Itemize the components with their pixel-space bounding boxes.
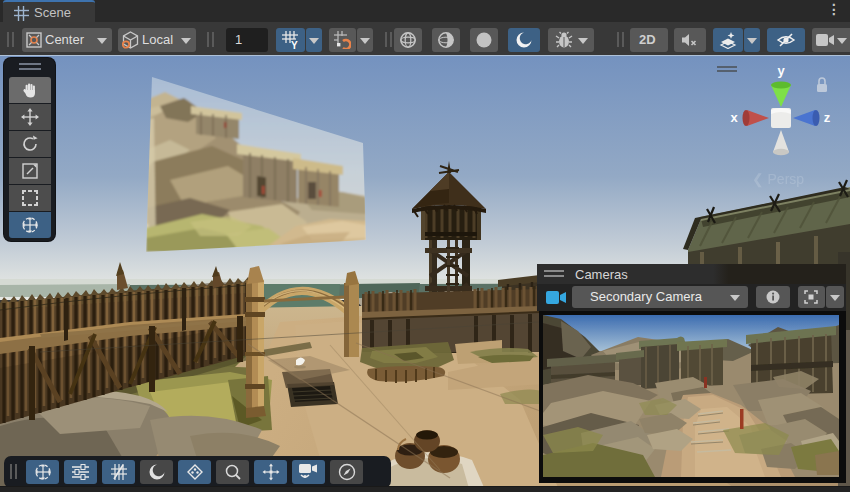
svg-text:y: y bbox=[777, 63, 785, 78]
svg-text:❮ Persp: ❮ Persp bbox=[752, 171, 804, 188]
svg-text:z: z bbox=[824, 110, 831, 125]
svg-text:Y: Y bbox=[291, 40, 298, 50]
svg-text:x: x bbox=[730, 110, 738, 125]
